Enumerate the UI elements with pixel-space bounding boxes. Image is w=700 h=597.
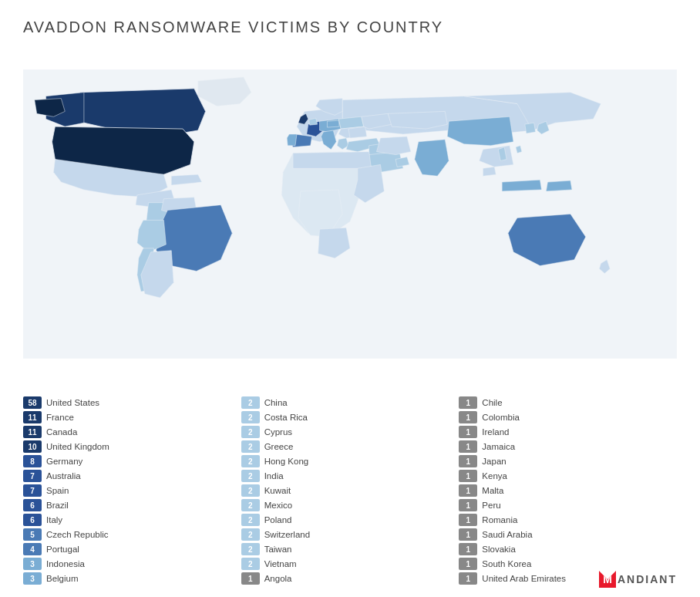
country-name: Jamaica	[482, 442, 677, 451]
list-item: 2Costa Rica	[241, 411, 459, 423]
count-badge: 1	[459, 411, 477, 423]
list-item: 1Colombia	[459, 411, 677, 423]
country-name: Brazil	[46, 501, 241, 510]
country-name: Vietnam	[264, 559, 459, 568]
count-badge: 6	[23, 499, 42, 511]
count-badge: 1	[459, 455, 477, 467]
country-name: Saudi Arabia	[482, 530, 677, 539]
country-name: Spain	[46, 486, 241, 495]
country-name: Indonesia	[46, 559, 241, 568]
country-name: Chile	[482, 398, 677, 407]
count-badge: 2	[241, 411, 260, 423]
list-item: 2Vietnam	[241, 558, 459, 570]
list-item: 10United Kingdom	[23, 440, 241, 453]
count-badge: 3	[23, 572, 42, 585]
count-badge: 58	[23, 396, 42, 409]
country-name: Australia	[46, 471, 241, 481]
country-name: Malta	[482, 486, 677, 495]
country-name: Colombia	[482, 413, 677, 422]
count-badge: 1	[241, 572, 260, 585]
country-name: South Korea	[482, 559, 677, 568]
count-badge: 2	[241, 426, 260, 438]
list-item: 1Saudi Arabia	[459, 528, 677, 541]
list-item: 1Japan	[459, 455, 677, 467]
legend-area: 58United States11France11Canada10United …	[23, 390, 677, 585]
country-name: Taiwan	[264, 545, 459, 554]
legend-col-2: 1Chile1Colombia1Ireland1Jamaica1Japan1Ke…	[459, 396, 677, 585]
list-item: 6Italy	[23, 514, 241, 526]
country-name: Kuwait	[264, 486, 459, 495]
country-name: Hong Kong	[264, 457, 459, 466]
country-name: Costa Rica	[264, 413, 459, 422]
count-badge: 1	[459, 558, 477, 570]
country-name: Kenya	[482, 471, 677, 481]
list-item: 2Cyprus	[241, 426, 459, 438]
legend-col-1: 2China2Costa Rica2Cyprus2Greece2Hong Kon…	[241, 396, 459, 585]
country-name: China	[264, 398, 459, 407]
count-badge: 1	[459, 396, 477, 409]
count-badge: 1	[459, 543, 477, 555]
list-item: 2Poland	[241, 514, 459, 526]
count-badge: 1	[459, 499, 477, 511]
country-name: Poland	[264, 515, 459, 524]
count-badge: 2	[241, 440, 260, 453]
count-badge: 2	[241, 514, 260, 526]
list-item: 7Spain	[23, 484, 241, 497]
count-badge: 2	[241, 558, 260, 570]
count-badge: 1	[459, 470, 477, 482]
country-name: Germany	[46, 457, 241, 466]
count-badge: 1	[459, 440, 477, 453]
list-item: 5Czech Republic	[23, 528, 241, 541]
count-badge: 1	[459, 426, 477, 438]
list-item: 1Chile	[459, 396, 677, 409]
country-name: United States	[46, 398, 241, 407]
count-badge: 1	[459, 528, 477, 541]
list-item: 3Belgium	[23, 572, 241, 585]
count-badge: 11	[23, 411, 42, 423]
count-badge: 1	[459, 484, 477, 497]
list-item: 11France	[23, 411, 241, 423]
list-item: 1Jamaica	[459, 440, 677, 453]
list-item: 8Germany	[23, 455, 241, 467]
country-name: United Kingdom	[46, 442, 241, 451]
count-badge: 7	[23, 484, 42, 497]
list-item: 2Kuwait	[241, 484, 459, 497]
list-item: 1Peru	[459, 499, 677, 511]
map-area	[23, 46, 677, 383]
count-badge: 2	[241, 528, 260, 541]
country-name: Romania	[482, 515, 677, 524]
country-name: Greece	[264, 442, 459, 451]
mandiant-m-icon: M	[599, 571, 616, 588]
page-title: AVADDON RANSOMWARE VICTIMS BY COUNTRY	[23, 19, 677, 36]
list-item: 1Malta	[459, 484, 677, 497]
mandiant-logo: M ANDIANT	[599, 571, 677, 588]
country-name: Portugal	[46, 545, 241, 554]
list-item: 2Taiwan	[241, 543, 459, 555]
list-item: 11Canada	[23, 426, 241, 438]
count-badge: 4	[23, 543, 42, 555]
list-item: 4Portugal	[23, 543, 241, 555]
list-item: 1South Korea	[459, 558, 677, 570]
country-name: Peru	[482, 501, 677, 510]
count-badge: 11	[23, 426, 42, 438]
country-name: Cyprus	[264, 427, 459, 437]
count-badge: 3	[23, 558, 42, 570]
count-badge: 2	[241, 455, 260, 467]
list-item: 2India	[241, 470, 459, 482]
list-item: 2China	[241, 396, 459, 409]
list-item: 1Romania	[459, 514, 677, 526]
count-badge: 8	[23, 455, 42, 467]
count-badge: 2	[241, 396, 260, 409]
list-item: 2Hong Kong	[241, 455, 459, 467]
count-badge: 2	[241, 470, 260, 482]
country-name: India	[264, 471, 459, 481]
list-item: 2Switzerland	[241, 528, 459, 541]
count-badge: 7	[23, 470, 42, 482]
count-badge: 5	[23, 528, 42, 541]
country-name: Switzerland	[264, 530, 459, 539]
country-name: Japan	[482, 457, 677, 466]
list-item: 58United States	[23, 396, 241, 409]
country-name: Canada	[46, 427, 241, 437]
country-name: Slovakia	[482, 545, 677, 554]
list-item: 3Indonesia	[23, 558, 241, 570]
